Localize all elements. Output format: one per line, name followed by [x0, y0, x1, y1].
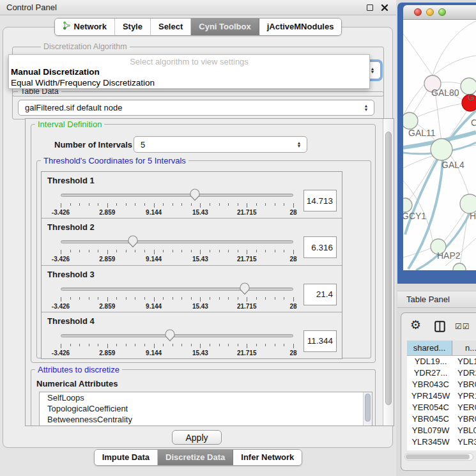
algorithm-option-equal-width[interactable]: Equal Width/Frequency Discretization	[9, 77, 369, 88]
tab-label: Discretize Data	[165, 452, 225, 462]
cell-shared-name[interactable]: YPR145W	[407, 390, 454, 402]
network-node-label: H	[470, 211, 476, 221]
network-node-label: G	[468, 92, 475, 102]
list-item[interactable]: TopologicalCoefficient	[40, 403, 372, 414]
cell-name[interactable]: YBR0	[454, 413, 476, 425]
tab-label: Impute Data	[102, 452, 150, 462]
network-node[interactable]	[453, 263, 466, 270]
cell-name[interactable]: YDL1	[454, 356, 476, 367]
network-canvas[interactable]: GAL80GCGAL11GAL4GCY1HHAP2	[403, 20, 476, 270]
thresholds-container: Threshold 1 -3.4262.8599.14415.4321.7152…	[41, 171, 342, 359]
cell-shared-name[interactable]: YBR043C	[407, 379, 454, 390]
table-row[interactable]: YBR043CYBR0	[407, 379, 476, 390]
cell-shared-name[interactable]: YIL052C	[407, 448, 454, 450]
slider-thumb[interactable]	[165, 329, 176, 342]
tab-select[interactable]: Select	[151, 19, 191, 35]
cyni-bottom-tabbar: Impute DataDiscretize DataInfer Network	[0, 449, 396, 466]
gear-icon[interactable]: ⚙	[410, 318, 421, 332]
float-icon[interactable]	[367, 4, 373, 11]
table-row[interactable]: YBL079WYBL0	[407, 425, 476, 436]
cell-name[interactable]: YLR3	[454, 436, 476, 448]
cell-shared-name[interactable]: YDR27...	[407, 367, 454, 379]
threshold-slider[interactable]: -3.4262.8599.14415.4321.71528	[61, 234, 293, 264]
slider-track[interactable]	[61, 240, 293, 243]
table-row[interactable]: YER054CYER0	[407, 402, 476, 413]
apply-button[interactable]: Apply	[172, 430, 222, 445]
checkbox-icon[interactable]: ☑☑	[455, 322, 470, 331]
threshold-value-field[interactable]: 14.713	[303, 190, 337, 211]
tab-impute-data[interactable]: Impute Data	[95, 450, 158, 465]
threshold-label: Threshold 4	[47, 316, 95, 326]
algorithm-option-manual[interactable]: Manual Discretization	[9, 66, 369, 77]
table-rows: YDL19...YDL1YDR27...YDR2YBR043CYBR0YPR14…	[407, 356, 476, 450]
cell-shared-name[interactable]: YBL079W	[407, 425, 454, 436]
slider-thumb[interactable]	[127, 235, 138, 248]
network-node[interactable]	[403, 198, 412, 212]
cell-name[interactable]: YIL0	[454, 448, 476, 450]
threshold-slider[interactable]: -3.4262.8599.14415.4321.71528	[61, 282, 293, 311]
control-panel-tabs-group: NetworkStyleSelectCyni ToolboxjActiveMNo…	[54, 18, 342, 36]
cell-name[interactable]: YDR2	[454, 367, 476, 379]
cell-name[interactable]: YBR0	[454, 379, 476, 390]
tab-style[interactable]: Style	[115, 19, 151, 35]
close-icon[interactable]	[381, 4, 388, 12]
tab-infer-network[interactable]: Infer Network	[233, 450, 302, 465]
threshold-value-field[interactable]: 21.4	[303, 284, 337, 305]
close-traffic-light-icon[interactable]	[414, 8, 422, 16]
table-data-combobox[interactable]: galFiltered.sif default node ▲▼	[18, 100, 374, 116]
tab-discretize-data[interactable]: Discretize Data	[158, 450, 233, 465]
column-icon[interactable]	[434, 321, 445, 334]
tab-jactivemnodules[interactable]: jActiveMNodules	[259, 19, 342, 35]
threshold-slider[interactable]: -3.4262.8599.14415.4321.71528	[61, 188, 293, 217]
vertical-scrollbar-thumb[interactable]	[385, 132, 392, 405]
cell-name[interactable]: YBL0	[454, 425, 476, 436]
column-header-shared[interactable]: shared...	[407, 341, 452, 355]
slider-track[interactable]	[61, 334, 293, 337]
table-data-group: Table Data galFiltered.sif default node …	[12, 91, 384, 119]
list-scrollbar-thumb[interactable]	[365, 394, 371, 422]
list-item[interactable]: BetweennessCentrality	[40, 414, 372, 425]
threshold-slider[interactable]: -3.4262.8599.14415.4321.71528	[61, 328, 293, 358]
cell-shared-name[interactable]: YER054C	[407, 402, 454, 413]
attributes-list-items: SelfLoopsTopologicalCoefficientBetweenne…	[40, 392, 372, 425]
slider-track[interactable]	[61, 288, 293, 291]
threshold-label: Threshold 1	[47, 176, 95, 185]
cell-name[interactable]: YER0	[454, 402, 476, 413]
discretization-algorithm-label: Discretization Algorithm	[41, 42, 130, 51]
tab-cyni-toolbox[interactable]: Cyni Toolbox	[191, 19, 259, 35]
network-node[interactable]	[431, 139, 452, 160]
threshold-value-field[interactable]: 11.344	[303, 330, 337, 352]
list-item[interactable]: SelfLoops	[40, 392, 372, 403]
table-row[interactable]: YDR27...YDR2	[407, 367, 476, 379]
settings-scrollpane: Interval Definition Number of Intervals …	[25, 118, 394, 426]
table-row[interactable]: YPR145WYPR1	[407, 390, 476, 402]
table-row[interactable]: YBR045CYBR0	[407, 413, 476, 425]
combo-arrows-icon: ▲▼	[362, 104, 371, 111]
tab-network[interactable]: Network	[55, 19, 115, 35]
slider-thumb[interactable]	[190, 188, 201, 201]
network-view-window: GAL80GCGAL11GAL4GCY1HHAP2	[397, 3, 476, 284]
table-browser-window: ⚙ ☑☑ shared... n... YDL19...YDL1YDR27...…	[401, 312, 476, 471]
column-header-name[interactable]: n...	[452, 341, 476, 355]
minimize-traffic-light-icon[interactable]	[426, 8, 434, 16]
table-row[interactable]: YDL19...YDL1	[407, 356, 476, 367]
tab-label: Network	[74, 22, 107, 31]
table-row[interactable]: YIL052CYIL0	[407, 448, 476, 450]
cell-shared-name[interactable]: YDL19...	[407, 356, 454, 367]
cell-shared-name[interactable]: YLR345W	[407, 436, 454, 448]
slider-thumb[interactable]	[239, 282, 250, 295]
cell-name[interactable]: YPR1	[454, 390, 476, 402]
zoom-traffic-light-icon[interactable]	[438, 8, 446, 16]
vertical-scrollbar[interactable]	[383, 119, 394, 426]
cell-shared-name[interactable]: YBR045C	[407, 413, 454, 425]
table-row[interactable]: YLR345WYLR3	[407, 436, 476, 448]
number-of-intervals-combobox[interactable]: 5 ▲▼	[134, 136, 307, 153]
horizontal-scrollbar[interactable]	[404, 453, 473, 461]
horizontal-scrollbar-thumb[interactable]	[406, 454, 470, 459]
numerical-attributes-list: SelfLoopsTopologicalCoefficientBetweenne…	[39, 392, 372, 426]
network-node[interactable]	[403, 112, 418, 129]
list-scrollbar[interactable]	[363, 392, 372, 426]
slider-track[interactable]	[61, 194, 293, 197]
control-panel-title: Control Panel	[6, 3, 57, 12]
threshold-value-field[interactable]: 6.316	[303, 236, 337, 258]
